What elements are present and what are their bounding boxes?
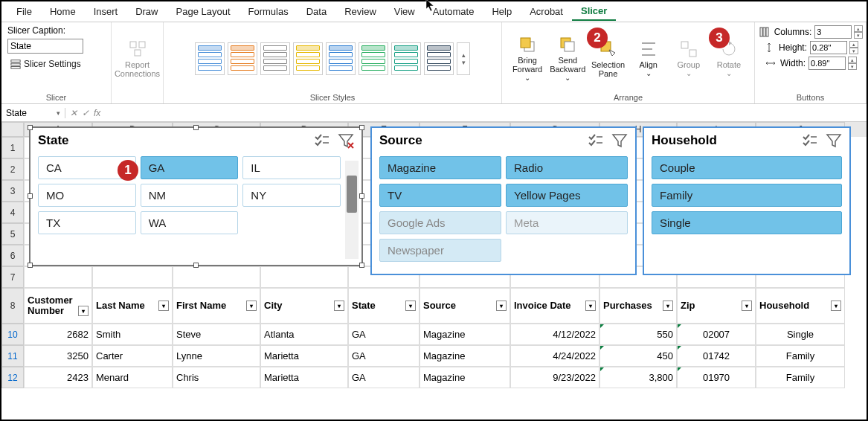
row-header[interactable]: 1 [1,137,24,158]
table-header[interactable]: City▾ [260,288,348,324]
tab-review[interactable]: Review [335,3,385,20]
slicer-styles-gallery[interactable]: ▴▾ [170,25,495,91]
cell[interactable]: 450 [599,345,677,367]
filter-dropdown-icon[interactable]: ▾ [831,301,841,311]
slicer-item[interactable]: TV [379,184,501,207]
table-header[interactable]: Last Name▾ [92,288,173,324]
tab-help[interactable]: Help [483,3,521,20]
slicer-item[interactable]: NM [141,184,239,207]
multi-select-icon[interactable] [314,132,330,149]
slicer-settings-button[interactable]: Slicer Settings [7,57,84,71]
tab-formulas[interactable]: Formulas [239,3,298,20]
row-header[interactable]: 12 [1,367,24,388]
filter-dropdown-icon[interactable]: ▾ [585,301,596,311]
cell[interactable] [260,266,348,288]
slicer-household[interactable]: Household CoupleFamilySingle [643,126,851,275]
slicer-style-thumb[interactable] [391,42,421,75]
name-box[interactable]: State ▾ [1,108,65,118]
table-header[interactable]: Purchases▾ [599,288,677,324]
slicer-caption-input[interactable] [7,39,83,54]
multi-select-icon[interactable] [802,132,818,149]
cell[interactable]: GA [348,324,419,345]
cell[interactable]: Menard [92,367,173,388]
height-input[interactable] [810,41,847,54]
row-header[interactable]: 7 [1,266,24,288]
cell[interactable]: Marietta [260,345,348,367]
clear-filter-icon[interactable] [826,132,842,149]
slicer-item[interactable]: TX [38,211,136,234]
filter-dropdown-icon[interactable]: ▾ [405,301,416,311]
cell[interactable]: Smith [92,324,173,345]
cell[interactable]: GA [348,367,419,388]
tab-view[interactable]: View [385,3,424,20]
table-header[interactable]: Source▾ [419,288,510,324]
cell[interactable]: 01742 [677,345,756,367]
cell[interactable]: 550 [599,324,677,345]
cell[interactable]: Carter [92,345,173,367]
slicer-style-thumb[interactable] [424,42,454,75]
slicer-style-thumb[interactable] [195,42,225,75]
slicer-item[interactable]: Yellow Pages [506,184,628,207]
row-header[interactable]: 2 [1,158,24,180]
tab-insert[interactable]: Insert [85,3,127,20]
tab-page-layout[interactable]: Page Layout [167,3,239,20]
table-header[interactable]: First Name▾ [173,288,260,324]
cell[interactable]: 3,800 [599,367,677,388]
clear-filter-icon[interactable] [611,132,628,149]
filter-dropdown-icon[interactable]: ▾ [158,301,169,311]
cell[interactable]: Single [756,324,845,345]
cell[interactable]: 2682 [24,324,92,345]
table-header[interactable]: Household▾ [756,288,845,324]
tab-file[interactable]: File [7,3,41,20]
slicer-style-thumb[interactable] [293,42,323,75]
slicer-style-thumb[interactable] [228,42,257,75]
row-header[interactable]: 3 [1,180,24,202]
slicer-item[interactable]: IL [242,156,341,179]
filter-dropdown-icon[interactable]: ▾ [496,301,507,311]
cell[interactable]: 02007 [677,324,756,345]
table-header[interactable]: Customer Number▾ [24,288,92,324]
cell[interactable]: GA [348,345,419,367]
cell[interactable]: Steve [173,324,260,345]
slicer-style-thumb[interactable] [359,42,388,75]
row-header[interactable]: 8 [1,288,24,324]
slicer-item[interactable]: NY [242,184,341,207]
row-header[interactable]: 11 [1,345,24,367]
bring-forward-button[interactable]: Bring Forward ⌄ [508,33,547,83]
cell[interactable]: Atlanta [260,324,348,345]
slicer-state[interactable]: State CAGAILMONMNYTXWA [29,126,363,266]
cell[interactable]: 01970 [677,367,756,388]
cell[interactable]: Magazine [419,324,510,345]
slicer-scrollbar[interactable] [345,161,359,259]
slicer-item[interactable]: Radio [506,156,628,179]
filter-dropdown-icon[interactable]: ▾ [334,301,344,311]
slicer-item[interactable]: Meta [506,211,628,234]
filter-dropdown-icon[interactable]: ▾ [246,301,257,311]
styles-more-button[interactable]: ▴▾ [457,42,470,75]
slicer-item[interactable]: GA [141,156,239,179]
table-header[interactable]: Zip▾ [677,288,756,324]
align-button[interactable]: Align ⌄ [629,38,668,79]
cell[interactable]: 9/23/2022 [510,367,599,388]
slicer-item[interactable]: Newspaper [379,239,501,262]
cell[interactable]: Family [756,345,845,367]
cell[interactable] [24,266,92,288]
multi-select-icon[interactable] [588,132,604,149]
cell[interactable]: Family [756,367,845,388]
row-header[interactable]: 4 [1,202,24,223]
table-header[interactable]: Invoice Date▾ [510,288,599,324]
slicer-item[interactable]: WA [141,211,239,234]
cell[interactable]: 2423 [24,367,92,388]
cell[interactable]: 4/24/2022 [510,345,599,367]
cell[interactable]: Magazine [419,345,510,367]
cell[interactable] [173,266,260,288]
columns-input[interactable] [814,25,852,39]
columns-spinner[interactable]: ▴▾ [854,25,863,39]
slicer-source[interactable]: Source MagazineRadioTVYellow PagesGoogle… [370,126,637,275]
filter-dropdown-icon[interactable]: ▾ [742,301,752,311]
slicer-style-thumb[interactable] [326,42,356,75]
height-spinner[interactable]: ▴▾ [849,41,858,54]
slicer-item[interactable]: Google Ads [379,211,501,234]
filter-dropdown-icon[interactable]: ▾ [78,306,89,316]
slicer-item[interactable]: Magazine [379,156,501,179]
